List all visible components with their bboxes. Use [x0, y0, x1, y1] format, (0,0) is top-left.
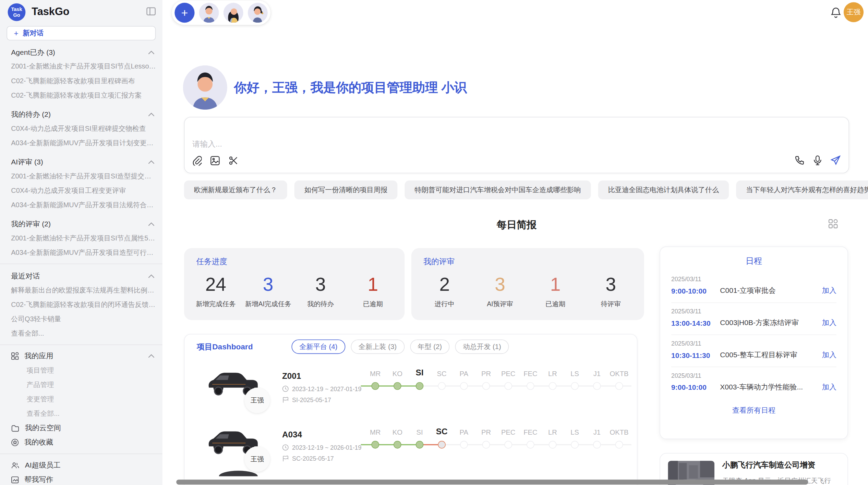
- scissors-icon[interactable]: [228, 156, 238, 168]
- event-date: 2025/03/11: [671, 276, 836, 282]
- project-row[interactable]: 王强 A034 2023-12-19 ~ 2026-01-19 SC-2025-…: [184, 424, 637, 478]
- schedule-event: 2025/03/11 9:00-10:00 X003-车辆动力学性能验... 加…: [671, 367, 836, 399]
- section-label: 最近对话: [11, 271, 40, 281]
- milestone-dot-overdue: [438, 441, 446, 449]
- milestone-dot: [593, 382, 601, 390]
- sidebar-item-change-mgmt[interactable]: 变更管理: [0, 392, 162, 407]
- project-owner-badge: 王强: [244, 388, 270, 413]
- suggestion-chip[interactable]: 如何写一份清晰的项目周报: [294, 181, 398, 199]
- paperclip-icon[interactable]: [192, 156, 202, 168]
- sidebar-item-ai-super-staff[interactable]: AI超级员工: [0, 458, 162, 472]
- project-code: Z001: [282, 371, 301, 380]
- sidebar-item-cloud-space[interactable]: 我的云空间: [0, 421, 162, 435]
- stat-value: 3: [583, 274, 639, 295]
- owner-name: 王强: [251, 396, 264, 405]
- chat-input[interactable]: [184, 117, 848, 173]
- sidebar-item-view-all-apps[interactable]: 查看全部...: [0, 407, 162, 421]
- schedule-event: 2025/03/11 10:30-11:30 C005-整车工程目标评审 加入: [671, 335, 836, 367]
- app-logo-line2: Go: [13, 12, 20, 18]
- sidebar-item[interactable]: C02-飞腾新能源轻客改款项目里程碑画布: [0, 74, 162, 88]
- sidebar-item-project-mgmt[interactable]: 项目管理: [0, 363, 162, 378]
- user-avatar[interactable]: 王强: [844, 2, 864, 22]
- sidebar-item[interactable]: C0X4-动力总成开发项目SI里程碑提交物检查: [0, 121, 162, 136]
- sidebar-item[interactable]: 解释最新出台的欧盟报废车法规再生塑料比例被调至15%...: [0, 283, 162, 297]
- stat-label: 已逾期: [347, 300, 399, 309]
- layout-grid-icon[interactable]: [828, 219, 838, 231]
- filter-tab-model-year[interactable]: 年型 (2): [410, 339, 450, 354]
- sidebar-item-view-all[interactable]: 查看全部...: [0, 326, 162, 340]
- stat-value: 1: [528, 274, 583, 295]
- greeting-text: 你好，王强，我是你的项目管理助理 小识: [234, 65, 467, 110]
- people-icon: [11, 462, 19, 469]
- add-session-button[interactable]: +: [174, 3, 194, 23]
- sidebar-item[interactable]: Z001-全新燃油轻卡产品开发项目SI节点属性5D文件评审: [0, 231, 162, 245]
- join-link[interactable]: 加入: [822, 318, 836, 328]
- project-row[interactable]: 王强 Z001 2023-12-19 ~ 2027-01-19 SI-2025-…: [184, 365, 637, 420]
- milestone-dot-done: [394, 441, 401, 449]
- card-title: 任务进度: [196, 257, 227, 267]
- schedule-event: 2025/03/11 9:00-10:00 C001-立项审批会 加入: [671, 271, 836, 303]
- microphone-icon[interactable]: [813, 155, 822, 168]
- sidebar-section-agent-done[interactable]: Agent已办 (3): [0, 46, 162, 59]
- milestone-dot: [593, 441, 601, 449]
- chevron-up-icon: [148, 112, 155, 117]
- avatar[interactable]: [199, 3, 219, 23]
- sidebar-section-recent[interactable]: 最近对话: [0, 270, 162, 283]
- suggestion-chip[interactable]: 当下年轻人对汽车外观有怎样的喜好趋势: [736, 181, 868, 199]
- avatar[interactable]: [248, 3, 268, 23]
- sidebar-section-my-todo[interactable]: 我的待办 (2): [0, 108, 162, 121]
- view-all-schedule-link[interactable]: 查看所有日程: [660, 406, 848, 415]
- sidebar-item[interactable]: Z001-全新燃油皮卡产品开发项目SI节点Lesson Learn报告: [0, 59, 162, 74]
- event-title: C001-立项审批会: [720, 286, 822, 296]
- join-link[interactable]: 加入: [822, 350, 836, 360]
- cloud-folder-icon: [11, 424, 19, 432]
- sidebar-collapse-icon[interactable]: [146, 7, 156, 18]
- stat-label: 新增AI完成任务: [242, 300, 294, 309]
- sidebar-item[interactable]: A034-全新新能源MUV产品开发项目计划变更表编写: [0, 136, 162, 150]
- sidebar: Task Go TaskGo + 新对话 Agent已办 (3) Z001-全新…: [0, 0, 162, 485]
- flag-icon: [282, 455, 289, 462]
- sidebar-item[interactable]: 公司Q3轻卡销量: [0, 312, 162, 326]
- project-dates: 2023-12-19 ~ 2027-01-19: [282, 385, 361, 392]
- suggestion-chip[interactable]: 欧洲新规最近颁布了什么？: [184, 181, 287, 199]
- phone-icon[interactable]: [795, 155, 805, 168]
- image-icon[interactable]: [210, 156, 220, 168]
- sidebar-item[interactable]: C02-飞腾新能源轻客改款项目立项汇报方案: [0, 88, 162, 102]
- sidebar-section-my-review[interactable]: 我的评审 (2): [0, 217, 162, 231]
- milestone-dot: [615, 441, 623, 449]
- sidebar-item[interactable]: A034-全新新能源MUV产品开发项目造型可行性评审: [0, 245, 162, 260]
- sidebar-item[interactable]: Z001-全新燃油轻卡产品开发项目SI造型提交物评审: [0, 169, 162, 183]
- sidebar-item-help-writing[interactable]: 帮我写作: [0, 472, 162, 485]
- join-link[interactable]: 加入: [822, 286, 836, 296]
- milestone-dot: [527, 382, 534, 390]
- sidebar-section-ai-review[interactable]: AI评审 (3): [0, 156, 162, 169]
- notification-bell-icon[interactable]: [830, 7, 841, 20]
- section-label: AI评审 (3): [11, 157, 43, 167]
- suggestion-chip[interactable]: 特朗普可能对进口汽车增税会对中国车企造成哪些影响: [405, 181, 591, 199]
- horizontal-scrollbar[interactable]: [176, 480, 808, 485]
- filter-tab-new-platform[interactable]: 全新平台 (4): [291, 339, 345, 354]
- send-icon[interactable]: [830, 155, 841, 168]
- sidebar-item-product-mgmt[interactable]: 产品管理: [0, 378, 162, 392]
- join-link[interactable]: 加入: [822, 382, 836, 392]
- suggestion-chip[interactable]: 比亚迪全固态电池计划具体说了什么: [598, 181, 729, 199]
- project-code: A034: [282, 430, 302, 439]
- sidebar-item[interactable]: C02-飞腾新能源轻客改款项目的闭环通告反馈情况: [0, 297, 162, 312]
- stat-label: 待评审: [583, 300, 639, 309]
- sidebar-item-favorites[interactable]: 我的收藏: [0, 435, 162, 450]
- new-chat-button[interactable]: + 新对话: [7, 26, 156, 40]
- stat-value: 3: [242, 274, 294, 295]
- sidebar-item-label: AI超级员工: [25, 460, 61, 470]
- avatar[interactable]: [224, 3, 243, 23]
- event-title: C003|H0B-方案冻结评审: [720, 318, 822, 328]
- sidebar-item[interactable]: C0X4-动力总成开发项目工程变更评审: [0, 183, 162, 198]
- filter-tab-powertrain[interactable]: 动总开发 (1): [455, 339, 509, 354]
- milestone-dot: [438, 382, 446, 390]
- sidebar-item[interactable]: A034-全新新能源MUV产品开发项目法规符合性评审: [0, 198, 162, 212]
- card-title: 我的评审: [423, 257, 455, 267]
- stat-label: AI预评审: [472, 300, 528, 309]
- project-owner-badge: 王强: [244, 446, 270, 472]
- filter-tab-new-body[interactable]: 全新上装 (3): [351, 339, 404, 354]
- sidebar-section-my-apps[interactable]: 我的应用: [0, 349, 162, 363]
- app-title: TaskGo: [32, 5, 69, 18]
